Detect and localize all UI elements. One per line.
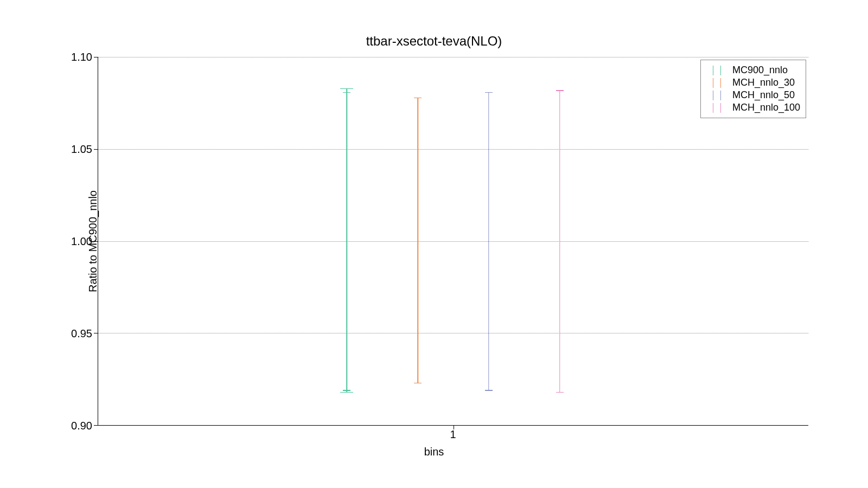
legend-marker-icon: [706, 103, 728, 113]
legend-item: MCH_nnlo_30: [706, 77, 800, 88]
legend-label: MC900_nnlo: [732, 65, 788, 76]
y-tick: [94, 333, 98, 333]
legend-item: MC900_nnlo: [706, 65, 800, 76]
legend-marker-icon: [706, 78, 728, 88]
x-tick-label: 1: [450, 428, 456, 441]
chart-title: ttbar-xsectot-teva(NLO): [0, 34, 868, 49]
y-tick: [94, 425, 98, 426]
gridline: [98, 333, 808, 333]
legend-item: MCH_nnlo_100: [706, 102, 800, 113]
y-tick: [94, 149, 98, 150]
legend-label: MCH_nnlo_50: [732, 89, 795, 101]
y-tick-label: 0.95: [71, 328, 92, 340]
y-tick-label: 1.05: [71, 143, 92, 156]
legend-marker-icon: [706, 91, 728, 100]
legend-label: MCH_nnlo_30: [732, 77, 795, 88]
y-tick-label: 1.00: [71, 235, 92, 248]
gridline: [98, 241, 808, 242]
legend-marker-icon: [706, 66, 728, 75]
gridline: [98, 57, 808, 57]
legend-label: MCH_nnlo_100: [732, 102, 800, 113]
legend-item: MCH_nnlo_50: [706, 89, 800, 101]
gridline: [98, 149, 808, 150]
y-tick: [94, 57, 98, 57]
x-axis-label: bins: [0, 446, 868, 458]
y-tick-label: 0.90: [71, 420, 92, 432]
legend: MC900_nnlo MCH_nnlo_30 MCH_nnlo_50 MCH_n…: [700, 60, 806, 118]
y-tick: [94, 241, 98, 242]
y-tick-label: 1.10: [71, 51, 92, 63]
